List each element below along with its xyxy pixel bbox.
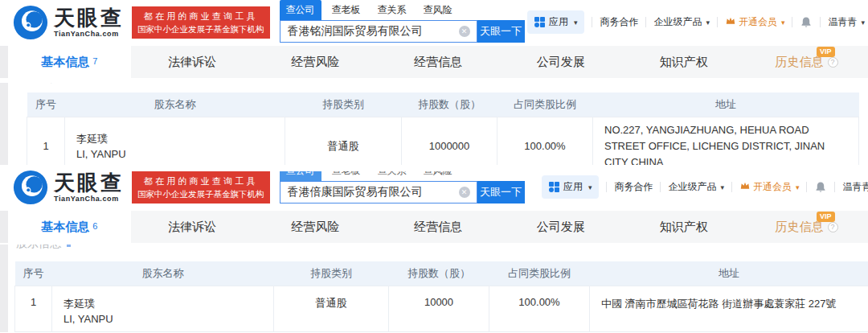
apps-menu[interactable]: 应用 ▾: [542, 175, 600, 199]
tianyancha-logo[interactable]: 天眼查 TianYanCha.com: [13, 5, 124, 40]
search-tab-risk[interactable]: 查风险: [417, 0, 459, 20]
search-tab-company[interactable]: 查公司: [280, 171, 321, 181]
tab-intellectual-property[interactable]: 知识产权: [622, 211, 745, 243]
chevron-down-icon: ▾: [796, 183, 800, 191]
table-row: 1 李延璞 LI, YANPU 普通股 10000 100.00% 中國 濟南市…: [15, 286, 868, 331]
search-input[interactable]: [280, 20, 477, 43]
help-question-icon[interactable]: ?: [828, 222, 838, 232]
tab-basic-info[interactable]: 基本信息 6: [8, 211, 131, 243]
search-type-tabs: 查公司 查老板 查关系 查风险: [280, 2, 525, 20]
user-menu[interactable]: 温青青 ▾: [828, 15, 865, 29]
tab-operating-info[interactable]: 经营信息: [377, 46, 500, 78]
user-name: 温青青: [828, 15, 857, 29]
chevron-down-icon: ▾: [720, 183, 724, 191]
tab-count: 7: [92, 56, 97, 66]
search-button[interactable]: 天眼一下: [477, 20, 525, 43]
tab-operating-risk[interactable]: 经营风险: [254, 46, 377, 78]
vip-badge: VIP: [817, 212, 835, 222]
col-address: 地址: [593, 92, 859, 117]
clear-icon[interactable]: ✕: [459, 187, 470, 198]
company-nav-tabs: 基本信息 7 法律诉讼 经营风险 经营信息 公司发展 知识产权 VIP 历史信息…: [0, 46, 868, 78]
tab-intellectual-property[interactable]: 知识产权: [622, 46, 745, 78]
screenshot-company-1: 天眼查 TianYanCha.com 都在用的商业查询工具 国家中小企业发展子基…: [0, 0, 868, 165]
col-shares: 持股数（股）: [389, 261, 489, 286]
col-share-type: 持股类别: [285, 92, 402, 117]
slogan-line1: 都在用的商业查询工具: [137, 10, 264, 23]
tab-history-info[interactable]: VIP 历史信息 ?: [745, 211, 868, 243]
clear-icon[interactable]: ✕: [459, 26, 470, 37]
tab-company-development[interactable]: 公司发展: [499, 211, 622, 243]
clipped-section-heading: 股东信息: [16, 245, 868, 252]
slogan-line1: 都在用的商业查询工具: [137, 175, 264, 187]
shareholders-table: 序号 股东名称 持股类别 持股数（股） 占同类股比例 地址 1 李延璞 LI, …: [14, 261, 868, 332]
site-header: 天眼查 TianYanCha.com 都在用的商业查询工具 国家中小企业发展子基…: [0, 0, 868, 44]
tianyancha-logo[interactable]: 天眼查 TianYanCha.com: [13, 170, 124, 205]
tab-company-development[interactable]: 公司发展: [499, 46, 622, 78]
search-tab-risk[interactable]: 查风险: [417, 171, 459, 181]
search-input[interactable]: [280, 181, 477, 204]
membership-link[interactable]: 开通会员 ▾: [725, 15, 785, 29]
tab-history-info[interactable]: VIP 历史信息 ?: [745, 46, 868, 78]
logo-text: 天眼查: [54, 7, 124, 29]
divider: [645, 17, 646, 27]
shareholder-name-en: LI, YANPU: [63, 311, 262, 327]
shareholder-name-cn: 李延璞: [63, 296, 262, 311]
tab-legal-proceedings[interactable]: 法律诉讼: [131, 46, 254, 78]
clipped-section-heading: 股东信息: [27, 83, 868, 86]
tab-basic-info[interactable]: 基本信息 7: [8, 46, 131, 78]
tab-operating-risk[interactable]: 经营风险: [254, 211, 377, 243]
cell-index: 1: [15, 286, 52, 331]
enterprise-products-link[interactable]: 企业级产品 ▾: [653, 15, 710, 29]
crown-icon: [725, 15, 736, 29]
notification-bell-icon[interactable]: [814, 181, 827, 194]
divider: [660, 182, 661, 192]
search-tab-boss[interactable]: 查老板: [326, 0, 367, 20]
search-tab-company[interactable]: 查公司: [280, 0, 321, 20]
divider: [606, 182, 607, 192]
cell-ratio: 100.00%: [489, 286, 590, 331]
user-menu[interactable]: 温青青 ▾: [842, 180, 868, 194]
tab-count: 6: [92, 221, 97, 231]
shareholder-name-cn: 李延璞: [76, 131, 273, 146]
chevron-down-icon: ▾: [574, 18, 578, 27]
search-button[interactable]: 天眼一下: [477, 181, 525, 204]
chevron-down-icon: ▾: [588, 183, 592, 191]
chevron-down-icon: ▾: [706, 18, 710, 27]
screenshot-company-2: 天眼查 TianYanCha.com 都在用的商业查询工具 国家中小企业发展子基…: [0, 165, 868, 333]
col-shares: 持股数（股）: [402, 92, 497, 117]
cell-address: 中國 濟南市歷城區荷花路 街道辦事處蓑家莊 227號: [590, 286, 868, 331]
divider: [717, 17, 718, 27]
search-area: 查公司 查老板 查关系 查风险 ✕ 天眼一下: [280, 2, 525, 43]
col-ratio: 占同类股比例: [497, 92, 593, 117]
site-header: 天眼查 TianYanCha.com 都在用的商业查询工具 国家中小企业发展子基…: [0, 165, 868, 209]
business-coop-link[interactable]: 商务合作: [600, 15, 638, 29]
company-nav-tabs: 基本信息 6 法律诉讼 经营风险 经营信息 公司发展 知识产权 VIP 历史信息…: [0, 211, 868, 243]
search-tab-relation[interactable]: 查关系: [371, 171, 413, 181]
search-tab-relation[interactable]: 查关系: [371, 0, 413, 20]
tab-operating-info[interactable]: 经营信息: [377, 211, 500, 243]
divider: [834, 182, 835, 192]
apps-grid-icon: [534, 17, 545, 27]
basic-info-content: 股东信息 序号 股东名称 持股类别 持股数（股） 占同类股比例 地址 1 李延璞: [0, 83, 868, 176]
slogan-line2: 国家中小企业发展子基金旗下机构: [137, 187, 264, 200]
help-question-icon[interactable]: ?: [828, 57, 838, 68]
cell-shareholder-name: 李延璞 LI, YANPU: [52, 286, 274, 331]
notification-bell-icon[interactable]: [800, 16, 813, 29]
search-tab-boss[interactable]: 查老板: [326, 171, 367, 181]
tab-legal-proceedings[interactable]: 法律诉讼: [131, 211, 254, 243]
col-index: 序号: [15, 261, 52, 286]
enterprise-products-link[interactable]: 企业级产品 ▾: [668, 180, 724, 194]
business-coop-link[interactable]: 商务合作: [614, 180, 653, 194]
logo-domain: TianYanCha.com: [54, 30, 124, 38]
tianyancha-logo-icon: [13, 5, 48, 40]
apps-label: 应用: [549, 15, 568, 29]
basic-info-content: 股东信息 序号 股东名称 持股类别 持股数（股） 占同类股比例 地址 1 李延璞: [0, 245, 868, 332]
logo-domain: TianYanCha.com: [54, 195, 124, 203]
membership-link[interactable]: 开通会员 ▾: [739, 180, 800, 194]
crown-icon: [739, 180, 751, 194]
divider: [806, 182, 807, 192]
chevron-down-icon: ▾: [781, 18, 785, 27]
divider: [592, 17, 592, 27]
apps-menu[interactable]: 应用 ▾: [527, 10, 585, 34]
tianyancha-logo-icon: [13, 170, 48, 205]
